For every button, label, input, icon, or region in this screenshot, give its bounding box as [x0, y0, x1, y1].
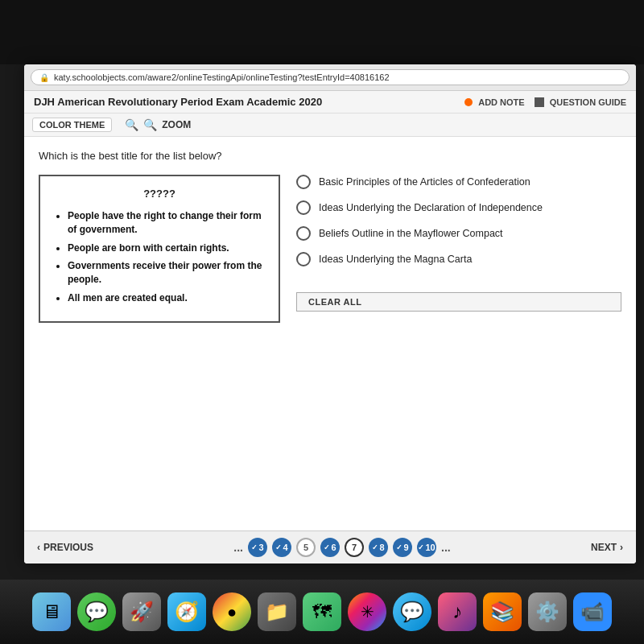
- answer-text-b: Ideas Underlying the Declaration of Inde…: [319, 202, 543, 213]
- content-area: Which is the best title for the list bel…: [24, 137, 636, 336]
- dock-zoom-icon[interactable]: 📹: [573, 592, 612, 631]
- question-text: Which is the best title for the list bel…: [39, 150, 621, 162]
- check-icon: ✓: [324, 543, 330, 551]
- header-actions: ADD NOTE QUESTION GUIDE: [464, 97, 626, 107]
- check-icon: ✓: [275, 543, 282, 551]
- check-icon: ✓: [251, 543, 258, 551]
- dock-files-icon[interactable]: 📁: [258, 592, 296, 631]
- zoom-in-button[interactable]: 🔍: [143, 118, 157, 131]
- answer-option-c[interactable]: Beliefs Outline in the Mayflower Compact: [296, 226, 621, 241]
- list-item: People have the right to change their fo…: [68, 209, 266, 237]
- radio-b[interactable]: [296, 200, 311, 215]
- dock-messages-icon[interactable]: 💬: [77, 592, 116, 631]
- zoom-controls: 🔍 🔍 ZOOM: [125, 118, 191, 131]
- page-6[interactable]: ✓6: [320, 538, 340, 557]
- answer-options: Basic Principles of the Articles of Conf…: [296, 175, 621, 312]
- lock-icon: 🔒: [39, 73, 49, 82]
- list-item: All men are created equal.: [68, 291, 266, 305]
- dock-finder-icon[interactable]: 🖥: [32, 592, 71, 631]
- page-10[interactable]: ✓10: [417, 538, 436, 557]
- dock-photos-icon[interactable]: ✳: [348, 592, 386, 631]
- app-header: DJH American Revolutionary Period Exam A…: [24, 91, 636, 114]
- url-bar[interactable]: 🔒 katy.schoolobjects.com/aware2/onlineTe…: [31, 69, 630, 85]
- toolbar: COLOR THEME 🔍 🔍 ZOOM: [24, 114, 636, 137]
- answer-text-a: Basic Principles of the Articles of Conf…: [319, 176, 530, 188]
- answer-option-a[interactable]: Basic Principles of the Articles of Conf…: [296, 175, 621, 189]
- bullet-list: People have the right to change their fo…: [53, 209, 266, 305]
- dock-maps-icon[interactable]: 🗺: [303, 592, 341, 631]
- color-theme-button[interactable]: COLOR THEME: [32, 118, 112, 132]
- answer-option-d[interactable]: Ideas Underlying the Magna Carta: [296, 252, 621, 266]
- dock-chrome-icon[interactable]: ●: [213, 592, 251, 631]
- list-item: Governments receive their power from the…: [68, 259, 266, 287]
- check-icon: ✓: [418, 543, 424, 551]
- app-title: DJH American Revolutionary Period Exam A…: [34, 96, 322, 108]
- page-7[interactable]: 7: [345, 538, 364, 557]
- nav-footer: ‹ PREVIOUS ... ✓3 ✓4 5 ✓6 7 ✓8 ✓9 ✓10: [24, 530, 636, 564]
- dots-left: ...: [233, 541, 243, 554]
- dock-facetime-icon[interactable]: 💬: [393, 592, 431, 631]
- radio-a[interactable]: [296, 175, 311, 189]
- prev-arrow-icon: ‹: [37, 542, 40, 553]
- answer-option-b[interactable]: Ideas Underlying the Declaration of Inde…: [296, 200, 621, 215]
- check-icon: ✓: [372, 543, 378, 551]
- prev-button[interactable]: ‹ PREVIOUS: [37, 542, 93, 553]
- dock-music-icon[interactable]: ♪: [438, 592, 477, 631]
- dock-settings-icon[interactable]: ⚙️: [528, 592, 567, 631]
- dock-safari-icon[interactable]: 🧭: [167, 592, 206, 631]
- dots-right: ...: [441, 541, 451, 554]
- dock-books-icon[interactable]: 📚: [483, 592, 522, 631]
- page-8[interactable]: ✓8: [369, 538, 388, 557]
- question-box-title: ?????: [53, 188, 266, 200]
- dock-launchpad-icon[interactable]: 🚀: [122, 592, 161, 631]
- color-theme-label: COLOR THEME: [39, 120, 105, 130]
- url-text: katy.schoolobjects.com/aware2/onlineTest…: [54, 72, 390, 82]
- zoom-label: ZOOM: [162, 119, 191, 130]
- next-button[interactable]: NEXT ›: [591, 542, 623, 553]
- question-guide-button[interactable]: QUESTION GUIDE: [535, 97, 626, 107]
- page-4[interactable]: ✓4: [272, 538, 291, 557]
- radio-c[interactable]: [296, 226, 311, 241]
- add-note-dot-icon: [464, 98, 473, 106]
- radio-d[interactable]: [296, 252, 311, 266]
- check-icon: ✓: [396, 543, 402, 551]
- page-3[interactable]: ✓3: [248, 538, 267, 557]
- page-9[interactable]: ✓9: [393, 538, 412, 557]
- zoom-out-button[interactable]: 🔍: [125, 118, 138, 131]
- question-box: ????? People have the right to change th…: [39, 175, 280, 323]
- answer-text-d: Ideas Underlying the Magna Carta: [319, 254, 472, 265]
- clear-all-button[interactable]: CLEAR ALL: [296, 292, 621, 312]
- next-arrow-icon: ›: [620, 542, 623, 553]
- dock: 🖥 💬 🚀 🧭 ● 📁 🗺 ✳ 💬 ♪ 📚 ⚙️ 📹: [0, 580, 644, 644]
- question-body: ????? People have the right to change th…: [39, 175, 621, 323]
- add-note-button[interactable]: ADD NOTE: [464, 97, 524, 107]
- page-5[interactable]: 5: [296, 538, 316, 557]
- answer-text-c: Beliefs Outline in the Mayflower Compact: [319, 228, 503, 239]
- list-item: People are born with certain rights.: [68, 242, 266, 255]
- browser-chrome: 🔒 katy.schoolobjects.com/aware2/onlineTe…: [24, 64, 636, 91]
- question-guide-icon: [535, 97, 544, 107]
- laptop-screen: 🔒 katy.schoolobjects.com/aware2/onlineTe…: [24, 64, 636, 564]
- page-numbers: ... ✓3 ✓4 5 ✓6 7 ✓8 ✓9 ✓10 ...: [233, 538, 450, 557]
